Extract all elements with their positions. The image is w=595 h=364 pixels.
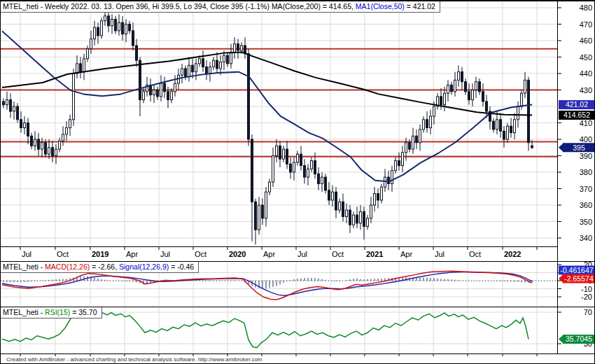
svg-text:Oct: Oct [57, 250, 69, 258]
rsi-badge-value: 35.7045 [559, 335, 595, 344]
svg-text:Apr: Apr [263, 250, 275, 258]
svg-text:460: 460 [580, 36, 592, 45]
candlesticks [3, 9, 533, 244]
svg-text:470: 470 [580, 20, 592, 29]
svg-text:2020: 2020 [229, 250, 246, 258]
title-segment-2: = 35.70 [70, 308, 97, 316]
ma200-line [2, 52, 532, 115]
title-segment-3: = 421.02 [405, 2, 435, 10]
svg-text:Apr: Apr [126, 250, 138, 258]
svg-text:Jul: Jul [160, 250, 170, 258]
svg-text:370: 370 [580, 185, 592, 193]
svg-text:2019: 2019 [92, 250, 108, 258]
price-panel-chart[interactable]: JulOct2019AprJulOct2020AprJulOct2021AprJ… [1, 1, 595, 261]
title-segment-1: MACD(12,26) [45, 262, 90, 271]
svg-text:35.7045: 35.7045 [566, 335, 592, 343]
svg-text:380: 380 [580, 168, 592, 176]
title-segment-1: MA(Close,200) = 414.65, [272, 2, 356, 10]
svg-text:Jul: Jul [298, 250, 307, 258]
macd-badge-macd: -2.65574 [559, 274, 595, 284]
price-panel-title: MTEL_heti - Weekly 2022. 03. 13. Open 39… [1, 1, 440, 13]
title-segment-2: MA1(Close,50) [356, 2, 405, 10]
svg-text:-10: -10 [581, 285, 592, 293]
svg-text:450: 450 [580, 53, 592, 62]
svg-text:410: 410 [580, 119, 592, 127]
svg-text:Oct: Oct [195, 250, 206, 258]
svg-text:340: 340 [580, 234, 592, 242]
x-axis: JulOct2019AprJulOct2020AprJulOct2021AprJ… [1, 247, 557, 259]
svg-text:-0.461647: -0.461647 [560, 266, 593, 274]
svg-text:440: 440 [580, 69, 592, 78]
svg-text:360: 360 [580, 201, 592, 209]
svg-text:390: 390 [580, 152, 592, 160]
price-axis: 4804704604504404304104003903803703603503… [558, 1, 593, 261]
title-segment-1: RSI(15) [45, 308, 70, 316]
svg-text:414.652: 414.652 [564, 111, 590, 119]
macd-histogram [4, 276, 532, 289]
svg-text:Jul: Jul [435, 250, 444, 258]
price-gridlines [1, 1, 557, 246]
title-segment-3: Signal(12,26,9) [119, 262, 169, 271]
macd-line [2, 271, 532, 300]
svg-text:Oct: Oct [332, 250, 344, 258]
svg-text:Jul: Jul [22, 250, 31, 258]
svg-text:-20: -20 [581, 293, 592, 301]
svg-text:Apr: Apr [400, 250, 412, 258]
price-badge-close: 395 [559, 143, 595, 152]
footer-credit: Created with AmiBroker - advanced charti… [6, 356, 262, 363]
svg-text:421.02: 421.02 [566, 100, 588, 108]
title-segment-2: = -2.66, [90, 262, 119, 271]
rsi-panel-title: MTEL_heti - RSI(15) = 35.70 [1, 307, 102, 318]
title-segment-0: MTEL_heti - [3, 308, 45, 316]
macd-panel-title: MTEL_heti - MACD(12,26) = -2.66, Signal(… [1, 262, 199, 273]
svg-text:430: 430 [580, 86, 592, 94]
amibroker-chart-window: JulOct2019AprJulOct2020AprJulOct2021AprJ… [0, 0, 595, 364]
title-segment-0: MTEL_heti - Weekly 2022. 03. 13. Open 39… [3, 2, 272, 10]
svg-text:350: 350 [580, 218, 592, 226]
svg-text:400: 400 [580, 135, 592, 144]
svg-text:Oct: Oct [469, 250, 481, 258]
svg-text:2022: 2022 [504, 250, 521, 258]
macd-badge-signal: -0.461647 [559, 266, 595, 275]
rsi-axis: 7030 [558, 307, 593, 354]
svg-text:-2.65574: -2.65574 [564, 274, 594, 283]
price-badge-ma200: 414.652 [559, 111, 595, 120]
svg-text:2021: 2021 [366, 250, 383, 258]
title-segment-4: = -0.46 [169, 262, 194, 271]
svg-text:395: 395 [573, 144, 585, 152]
svg-text:480: 480 [580, 4, 592, 12]
svg-text:70: 70 [584, 308, 592, 316]
price-badge-ma50: 421.02 [559, 100, 595, 109]
title-segment-0: MTEL_heti - [3, 262, 45, 271]
